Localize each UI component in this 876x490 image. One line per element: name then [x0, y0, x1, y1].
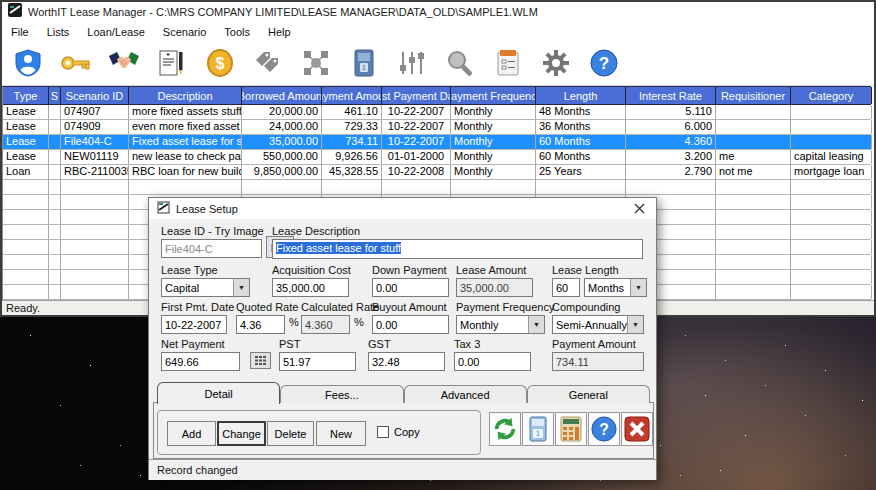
toolbar: $ 1 ?	[2, 42, 874, 86]
dollar-coin-icon[interactable]: $	[204, 47, 236, 79]
gear-icon[interactable]	[540, 47, 572, 79]
buyout-amount-label: Buyout Amount	[372, 301, 449, 313]
payment-amount-label: Payment Amount	[552, 338, 644, 350]
add-button[interactable]: Add	[167, 421, 216, 446]
col-header-length[interactable]: Length	[536, 87, 626, 104]
chevron-down-icon[interactable]: ▼	[630, 279, 646, 296]
window-title: WorthIT Lease Manager - C:\MRS COMPANY L…	[28, 6, 538, 18]
calculator-grid-button[interactable]	[250, 352, 271, 369]
col-header-requisitioner[interactable]: Requisitioner	[716, 87, 791, 104]
acquisition-cost-input[interactable]	[272, 278, 349, 297]
buyout-amount-input[interactable]	[372, 315, 449, 334]
print-one-icon[interactable]: 1	[522, 412, 554, 446]
svg-text:$: $	[216, 55, 225, 72]
compounding-select[interactable]: Semi-Annually▼	[552, 315, 644, 334]
copy-checkbox-label: Copy	[394, 426, 420, 438]
user-shield-icon[interactable]	[12, 47, 44, 79]
menu-tools[interactable]: Tools	[215, 24, 259, 40]
tab-detail[interactable]: Detail	[157, 382, 280, 404]
help-icon[interactable]: ?	[588, 47, 620, 79]
down-payment-input[interactable]	[372, 278, 449, 297]
app-icon	[8, 3, 22, 21]
gst-label: GST	[368, 338, 445, 350]
table-row[interactable]: LoanRBC-2110035RBC loan for new building…	[3, 165, 871, 180]
menu-help[interactable]: Help	[259, 24, 300, 40]
dialog-title-bar: Lease Setup	[149, 198, 656, 219]
gst-input[interactable]	[368, 352, 445, 371]
col-header-scenario-id[interactable]: Scenario ID	[61, 87, 129, 104]
refresh-icon[interactable]	[489, 412, 521, 446]
tab-advanced[interactable]: Advanced	[404, 385, 527, 403]
first-pmt-date-input[interactable]	[161, 315, 227, 334]
change-button[interactable]: Change	[217, 421, 266, 446]
menu-file[interactable]: File	[2, 24, 38, 40]
net-payment-input[interactable]	[161, 352, 240, 371]
help-question-icon[interactable]: ?	[588, 412, 620, 446]
tags-icon[interactable]	[252, 47, 284, 79]
lease-length-label: Lease Length	[552, 264, 647, 276]
pst-label: PST	[279, 338, 356, 350]
payment-amount-input	[552, 352, 644, 371]
quoted-rate-input[interactable]	[236, 315, 285, 334]
title-bar: WorthIT Lease Manager - C:\MRS COMPANY L…	[2, 2, 874, 22]
search-magnifier-icon[interactable]	[444, 47, 476, 79]
table-row-selected[interactable]: LeaseFile404-CFixed asset lease for stuf…	[3, 135, 871, 150]
menu-scenario[interactable]: Scenario	[154, 24, 215, 40]
lease-description-input[interactable]: Fixed asset lease for stuff	[272, 239, 643, 259]
chevron-down-icon[interactable]: ▼	[233, 279, 249, 296]
col-header-borrowed-amount[interactable]: Borrowed Amount	[242, 87, 322, 104]
tab-general[interactable]: General	[527, 385, 650, 403]
new-button[interactable]: New	[316, 421, 366, 446]
handshake-icon[interactable]	[108, 47, 140, 79]
pst-input[interactable]	[279, 352, 356, 371]
tax3-input[interactable]	[454, 352, 531, 371]
chevron-down-icon[interactable]: ▼	[627, 316, 643, 333]
svg-text:?: ?	[599, 421, 609, 438]
table-row[interactable]: Lease074907more fixed assets stuff or20,…	[3, 105, 871, 120]
calculator-icon[interactable]	[555, 412, 587, 446]
col-header-description[interactable]: Description	[129, 87, 242, 104]
dialog-icon	[157, 200, 170, 218]
close-icon[interactable]	[630, 201, 648, 217]
col-header-payment-frequency[interactable]: Payment Frequency	[451, 87, 536, 104]
lease-id-input[interactable]	[161, 239, 262, 258]
delete-button[interactable]: Delete	[267, 421, 314, 446]
payment-frequency-label: Payment Frequency	[456, 301, 545, 313]
copy-checkbox[interactable]	[377, 426, 389, 438]
col-header-s[interactable]: S	[49, 87, 61, 104]
col-header-type[interactable]: Type	[3, 87, 49, 104]
tab-fees[interactable]: Fees...	[280, 385, 403, 403]
report-list-icon[interactable]	[492, 47, 524, 79]
menu-lists[interactable]: Lists	[38, 24, 79, 40]
table-row-empty	[3, 180, 871, 195]
compounding-label: Compounding	[552, 301, 644, 313]
lease-length-input[interactable]	[552, 278, 580, 297]
table-row[interactable]: LeaseNEW01119new lease to check paym550,…	[3, 150, 871, 165]
tax3-label: Tax 3	[454, 338, 531, 350]
table-row[interactable]: Lease074909even more fixed asset stu24,0…	[3, 120, 871, 135]
tab-bar: Detail Fees... Advanced General	[157, 382, 650, 403]
close-x-icon[interactable]	[621, 412, 653, 446]
menu-loan-lease[interactable]: Loan/Lease	[78, 24, 154, 40]
lease-type-label: Lease Type	[161, 264, 250, 276]
key-icon[interactable]	[60, 47, 92, 79]
storage-drive-icon[interactable]: 1	[348, 47, 380, 79]
screen: WorthIT Lease Manager - C:\MRS COMPANY L…	[0, 0, 876, 490]
lease-amount-input	[456, 278, 533, 297]
lease-type-select[interactable]: Capital▼	[161, 278, 250, 297]
quoted-rate-suffix: %	[289, 316, 299, 328]
lease-setup-dialog: Lease Setup Lease ID - Try Image Lease D…	[148, 197, 657, 480]
menu-bar: File Lists Loan/Lease Scenario Tools Hel…	[2, 22, 874, 42]
svg-text:1: 1	[536, 430, 540, 437]
col-header-category[interactable]: Category	[791, 87, 872, 104]
sliders-icon[interactable]	[396, 47, 428, 79]
payment-frequency-select[interactable]: Monthly▼	[456, 315, 545, 334]
col-header-payment-amount[interactable]: Payment Amount	[322, 87, 382, 104]
col-header-interest-rate[interactable]: Interest Rate	[626, 87, 716, 104]
dialog-title: Lease Setup	[176, 203, 624, 215]
col-header-first-payment-date[interactable]: First Payment Date	[382, 87, 451, 104]
contract-document-icon[interactable]	[156, 47, 188, 79]
network-nodes-icon[interactable]	[300, 47, 332, 79]
lease-length-unit-select[interactable]: Months▼	[584, 278, 647, 297]
chevron-down-icon[interactable]: ▼	[528, 316, 544, 333]
